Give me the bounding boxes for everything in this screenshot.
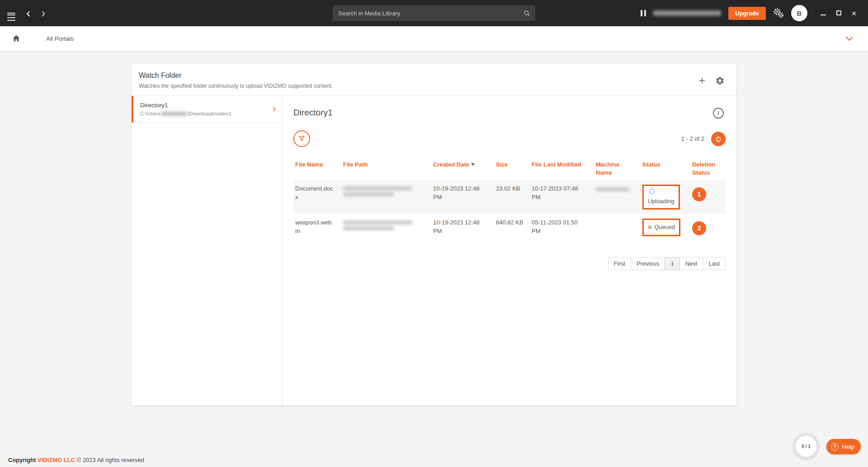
header-machine-name[interactable]: Machine Name (594, 157, 641, 180)
cell-file-last-modified: 10-17-2023 07:48 PM (530, 180, 594, 214)
cell-machine-name (594, 214, 641, 241)
cell-deletion-status: 1 (690, 180, 726, 214)
refresh-icon (714, 135, 722, 143)
cell-status: Uploading (641, 180, 690, 214)
result-range: 1 - 2 of 2 (681, 135, 704, 142)
status-uploading-annotation-box: Uploading (642, 185, 680, 210)
callout-1-badge: 1 (692, 187, 706, 201)
pagination-last[interactable]: Last (703, 257, 726, 270)
rights-text: © 2023 All rights reserved (77, 457, 144, 463)
footer: Copyright VIDIZMO LLC © 2023 All rights … (8, 457, 144, 463)
chevron-down-icon[interactable] (846, 34, 853, 41)
header-status[interactable]: Status (641, 157, 690, 180)
pagination-first[interactable]: First (608, 257, 631, 270)
minimize-button[interactable] (816, 6, 830, 20)
maximize-icon (836, 10, 841, 15)
filter-button[interactable] (293, 130, 310, 147)
user-avatar[interactable]: B (791, 5, 807, 21)
window-controls: × (816, 6, 861, 20)
refresh-button[interactable] (711, 132, 726, 146)
directory-path: C:\Users\Downloads\video1 (140, 111, 231, 116)
search-button[interactable] (519, 10, 535, 17)
uploading-spinner-icon (649, 188, 655, 194)
help-button[interactable]: ? Help (826, 439, 861, 454)
cell-file-path (341, 180, 431, 214)
redacted-file-path (343, 192, 394, 196)
gear-icon (715, 76, 725, 86)
info-button[interactable]: i (713, 108, 724, 119)
redacted-file-path (343, 220, 412, 224)
header-file-name[interactable]: File Name (293, 157, 341, 180)
close-button[interactable]: × (847, 6, 861, 20)
funnel-icon (298, 135, 306, 143)
watch-folder-card: Watch Folder Watches the specified folde… (132, 63, 736, 405)
add-watch-folder-button[interactable]: + (699, 75, 705, 86)
cell-file-path (341, 214, 431, 241)
header-file-last-modified[interactable]: File Last Modified (530, 157, 594, 180)
search-bar (333, 5, 535, 21)
company-link[interactable]: VIDIZMO LLC (38, 457, 75, 463)
pagination-page-1[interactable]: 1 (665, 257, 679, 270)
cell-file-name: weapon3.webm (293, 214, 341, 241)
directory-title: Directory1 (293, 108, 333, 118)
upgrade-button[interactable]: Upgrade (728, 7, 766, 20)
info-icon: i (717, 110, 719, 117)
forward-icon: › (41, 9, 45, 18)
cell-machine-name (594, 180, 641, 214)
files-table: File Name File Path Created Date Size Fi… (293, 157, 726, 241)
maximize-button[interactable] (832, 6, 845, 20)
cell-created-date: 10-19-2023 12:48 PM (431, 180, 494, 214)
question-mark-icon: ? (831, 443, 839, 451)
pause-icon[interactable] (641, 10, 646, 16)
status-queued-annotation-box: ≡ Queued (642, 219, 680, 236)
sort-caret-icon (471, 163, 475, 166)
pagination-previous[interactable]: Previous (631, 257, 665, 270)
page-subtitle: Watches the specified folder continuousl… (139, 83, 333, 89)
main-content: Watch Folder Watches the specified folde… (0, 51, 868, 467)
table-row: Document.docx 10-19-2023 12:48 PM 23.02 … (293, 180, 726, 214)
status-label: Queued (654, 223, 675, 232)
redacted-trial-text (653, 10, 721, 16)
pagination-next[interactable]: Next (679, 257, 703, 270)
cell-size: 23.02 KB (494, 180, 530, 214)
top-bar: ‹ › Upgrade B (0, 0, 868, 26)
directory-panel: Directory1 i 1 - 2 of 2 (283, 96, 736, 405)
cell-file-name: Document.docx (293, 180, 341, 214)
redacted-file-path (343, 186, 412, 191)
topbar-right-group: Upgrade B × (641, 5, 861, 21)
table-row: weapon3.webm 10-19-2023 12:48 PM 640.82 … (293, 214, 726, 241)
chevron-right-icon: › (273, 104, 276, 114)
back-button[interactable]: ‹ (26, 9, 30, 18)
breadcrumb-all-portals[interactable]: All Portals (46, 35, 74, 42)
directory-list-item[interactable]: Directory1 C:\Users\Downloads\video1 › (132, 96, 282, 123)
gears-icon (773, 8, 784, 19)
topbar-nav-group: ‹ › (7, 9, 46, 18)
queued-list-icon: ≡ (648, 224, 651, 230)
help-label: Help (842, 443, 854, 450)
redacted-file-path (343, 226, 394, 230)
header-deletion-status[interactable]: Deletion Status (690, 157, 726, 180)
menu-button[interactable] (7, 11, 15, 15)
header-created-date[interactable]: Created Date (431, 157, 494, 180)
home-icon (12, 34, 21, 43)
pagination: First Previous 1 Next Last (293, 257, 726, 270)
header-size[interactable]: Size (494, 157, 530, 180)
back-icon: ‹ (26, 9, 30, 18)
cell-status: ≡ Queued (641, 214, 690, 241)
search-input[interactable] (333, 10, 519, 17)
copyright-label: Copyright (8, 457, 36, 463)
cell-size: 640.82 KB (494, 214, 530, 241)
search-icon (523, 10, 531, 17)
hamburger-icon (7, 13, 15, 14)
upload-progress-widget[interactable]: 0 / 1 (793, 434, 819, 459)
callout-2-badge: 2 (692, 221, 706, 235)
card-header: Watch Folder Watches the specified folde… (132, 63, 736, 96)
home-button[interactable] (12, 34, 21, 43)
breadcrumb-bar: All Portals (0, 26, 868, 51)
forward-button[interactable]: › (41, 9, 45, 18)
services-button[interactable] (773, 8, 784, 19)
header-file-path[interactable]: File Path (341, 157, 431, 180)
settings-button[interactable] (715, 76, 725, 86)
cell-file-last-modified: 05-11-2023 01:50 PM (530, 214, 594, 241)
status-label: Uploading (648, 197, 675, 206)
